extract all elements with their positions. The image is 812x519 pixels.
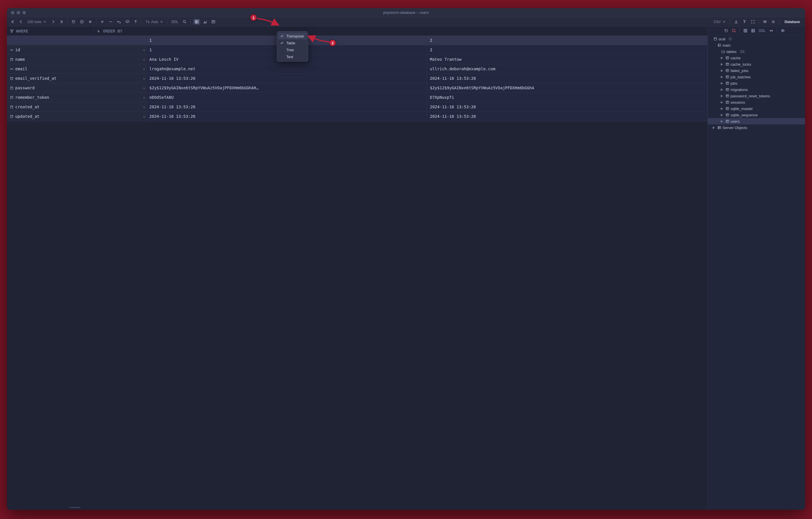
chart-view-button[interactable] <box>201 19 209 25</box>
popup-item-tree[interactable]: Tree <box>278 46 307 53</box>
add-row-button[interactable] <box>99 19 106 25</box>
where-filter[interactable]: WHERE <box>7 27 94 35</box>
tree-item-password_reset_tokens[interactable]: password_reset_tokens <box>708 93 805 99</box>
twisty[interactable] <box>720 95 724 97</box>
sort-handle-icon[interactable]: ⇅ <box>143 96 144 99</box>
data-cell[interactable]: nDOdSefA8U <box>146 93 427 102</box>
tree-item-cache_locks[interactable]: cache_locks <box>708 61 805 67</box>
field-header[interactable]: id⇅ <box>7 45 146 55</box>
field-header[interactable]: name⇅ <box>7 55 146 64</box>
twisty[interactable] <box>720 70 724 72</box>
upload-button[interactable] <box>741 19 748 25</box>
settings-button[interactable] <box>770 19 777 25</box>
tree-item-tables[interactable]: tables11 <box>708 48 805 55</box>
data-grid[interactable]: 12 id⇅12name⇅Ana Lesch IVMateo Trantowem… <box>7 36 707 510</box>
twisty[interactable] <box>720 76 724 78</box>
data-cell[interactable]: 2024-11-16 13:53:26 <box>146 74 427 83</box>
stop-button[interactable] <box>87 19 94 25</box>
tree-item-sqlite_sequence[interactable]: sqlite_sequence <box>708 112 805 118</box>
download-button[interactable] <box>732 19 740 25</box>
data-cell[interactable]: ullrich.deborah@example.com <box>427 64 707 74</box>
table-view-button[interactable] <box>193 19 200 25</box>
revert-button[interactable] <box>115 19 123 25</box>
tree-item-sqlite_master[interactable]: sqlite_master <box>708 105 805 112</box>
field-header[interactable]: created_at⇅ <box>7 102 146 112</box>
tree-item-jobs[interactable]: jobs <box>708 80 805 86</box>
field-header[interactable]: updated_at⇅ <box>7 112 146 121</box>
side-grid-button[interactable] <box>750 28 756 33</box>
tree-item-job_batches[interactable]: job_batches <box>708 74 805 80</box>
data-cell[interactable]: Mateo Trantow <box>427 55 707 64</box>
sort-handle-icon[interactable]: ⇅ <box>143 115 144 118</box>
expand-button[interactable] <box>749 19 756 25</box>
twisty[interactable] <box>720 88 724 91</box>
tx-mode-selector[interactable]: Tx: Auto <box>144 19 165 25</box>
data-cell[interactable]: $2y$12$9yGAINxe6tSRpYVWuAz5VOajPFDXHm6bG… <box>146 83 427 93</box>
field-header[interactable]: email_verified_at⇅ <box>7 74 146 83</box>
tree-item-failed_jobs[interactable]: failed_jobs <box>708 67 805 74</box>
tree-item-ocal[interactable]: ocal1 <box>708 36 805 42</box>
tree-item-main[interactable]: main <box>708 42 805 48</box>
rows-selector[interactable]: 100 rows <box>26 19 48 25</box>
twisty[interactable] <box>720 57 724 59</box>
popup-item-table[interactable]: Table <box>278 39 307 46</box>
prev-page-button[interactable] <box>18 19 25 25</box>
sort-handle-icon[interactable]: ⇅ <box>143 77 144 80</box>
commit-button[interactable] <box>124 19 131 25</box>
minimize-dot[interactable] <box>17 11 20 15</box>
data-cell[interactable]: 2024-11-16 13:53:26 <box>146 102 427 112</box>
auto-refresh-button[interactable] <box>78 19 85 25</box>
twisty[interactable] <box>720 101 724 104</box>
twisty[interactable] <box>712 127 716 129</box>
close-dot[interactable] <box>11 11 14 15</box>
view-options-button[interactable] <box>761 19 768 25</box>
data-cell[interactable]: 2024-11-16 13:53:26 <box>146 112 427 121</box>
sort-handle-icon[interactable]: ⇅ <box>143 86 144 89</box>
field-header[interactable]: remember_token⇅ <box>7 93 146 102</box>
zoom-dot[interactable] <box>23 11 26 15</box>
sort-handle-icon[interactable]: ⇅ <box>143 67 144 71</box>
data-cell[interactable]: $2y$12$9yGAINxe6tSRpYVWuAz5VOajPFDXHm6bG… <box>427 83 707 93</box>
twisty[interactable] <box>720 120 724 123</box>
twisty[interactable] <box>720 114 724 116</box>
geo-view-button[interactable] <box>210 19 217 25</box>
submit-button[interactable] <box>132 19 139 25</box>
side-refresh-button[interactable] <box>723 28 729 33</box>
export-format-selector[interactable]: CSV <box>712 19 728 25</box>
sort-handle-icon[interactable]: ⇅ <box>143 48 144 52</box>
horizontal-scroll-thumb[interactable] <box>69 507 81 508</box>
field-header[interactable]: password⇅ <box>7 83 146 93</box>
tree-item-sessions[interactable]: sessions <box>708 99 805 105</box>
twisty[interactable] <box>720 107 724 110</box>
orderby-filter[interactable]: ORDER BY <box>94 27 707 35</box>
data-cell[interactable]: 2 <box>427 45 707 55</box>
side-view-button[interactable] <box>780 28 786 33</box>
data-cell[interactable]: 2024-11-16 13:53:26 <box>427 102 707 112</box>
twisty[interactable] <box>720 63 724 66</box>
field-header[interactable]: email⇅ <box>7 64 146 74</box>
tree-item-cache[interactable]: cache <box>708 55 805 61</box>
last-page-button[interactable] <box>58 19 65 25</box>
ddl-button[interactable]: DDL <box>170 19 180 25</box>
sort-handle-icon[interactable]: ⇅ <box>143 58 144 61</box>
side-new-ds-button[interactable] <box>731 28 737 33</box>
data-cell[interactable]: 2024-11-16 13:53:26 <box>427 112 707 121</box>
data-cell[interactable]: D7XpNuxpTi <box>427 93 707 102</box>
first-page-button[interactable] <box>9 19 17 25</box>
tree-item-migrations[interactable]: migrations <box>708 86 805 93</box>
popup-item-text[interactable]: Text <box>278 53 307 60</box>
find-button[interactable] <box>181 19 188 25</box>
database-tree[interactable]: ocal1maintables11cachecache_locksfailed_… <box>708 35 805 510</box>
twisty[interactable] <box>720 82 724 85</box>
column-header[interactable]: 2 <box>427 36 707 45</box>
refresh-button[interactable] <box>70 19 77 25</box>
side-collapse-button[interactable] <box>768 28 775 33</box>
side-ddl-button[interactable]: DDL <box>758 28 767 33</box>
sort-handle-icon[interactable]: ⇅ <box>143 105 144 109</box>
tree-item-users[interactable]: users <box>708 118 805 125</box>
data-cell[interactable]: 2024-11-16 13:53:26 <box>427 74 707 83</box>
popup-item-transpose[interactable]: Transpose <box>278 32 307 39</box>
remove-row-button[interactable] <box>107 19 114 25</box>
tree-item-server-objects[interactable]: Server Objects <box>708 125 805 131</box>
next-page-button[interactable] <box>50 19 57 25</box>
